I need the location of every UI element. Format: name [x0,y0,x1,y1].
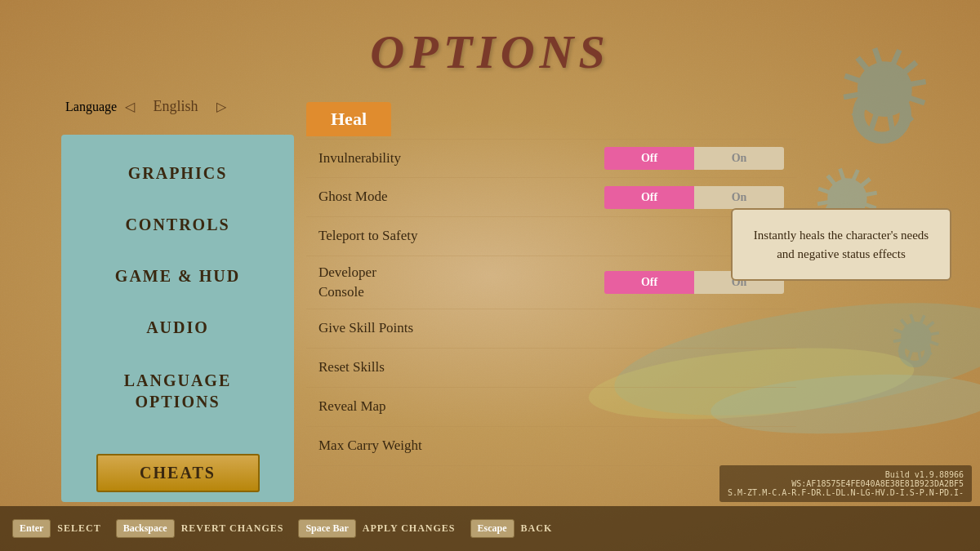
sidebar-item-game-hud[interactable]: GAME & HUD [69,254,286,299]
language-arrow-left[interactable]: ◁ [125,99,135,114]
toggle-invulnerability-on[interactable]: On [694,147,784,170]
key-space: Space Bar [298,519,355,538]
option-label-reset-skills: Reset Skills [318,358,784,376]
toggle-ghost-mode-off[interactable]: Off [604,186,694,209]
active-tab[interactable]: Heal [306,102,391,136]
language-value: English [143,98,208,115]
key-label-revert: REVERT CHANGES [181,522,284,535]
language-arrow-right[interactable]: ▷ [216,99,226,114]
build-line1: Build v1.9.88966 [728,470,964,479]
toggle-ghost-mode-on[interactable]: On [694,186,784,209]
sidebar-item-graphics[interactable]: GRAPHICS [69,151,286,196]
description-box: Instantly heals the character's needs an… [731,208,951,281]
option-developer-console: DeveloperConsole Off On [306,256,796,309]
page-title: OPTIONS [0,24,980,79]
build-line2: WS:AF18575E4FE040A8E38E81B923DA2BF5 [728,479,964,488]
sidebar-item-language-options[interactable]: LANGUAGEOPTIONS [69,357,286,425]
build-line3: S.M-ZT.M-C.A-R.F-DR.L-DL.N-LG-HV.D-I.S-P… [728,488,964,497]
key-backspace: Backspace [116,519,175,538]
sidebar-item-audio[interactable]: AUDIO [69,305,286,350]
key-label-select: SELECT [57,522,100,535]
option-give-skill-points[interactable]: Give Skill Points [306,309,796,349]
toggle-ghost-mode: Off On [604,186,784,209]
main-content: Heal Invulnerability Off On Ghost Mode O… [306,102,960,502]
option-reveal-map[interactable]: Reveal Map [306,388,796,427]
toggle-developer-console-off[interactable]: Off [604,271,694,294]
option-reset-skills[interactable]: Reset Skills [306,349,796,388]
language-selector: Language ◁ English ▷ [65,98,226,115]
option-label-invulnerability: Invulnerability [318,149,604,167]
cheats-button[interactable]: CHEATS [96,454,260,492]
language-label: Language [65,100,117,114]
sidebar-item-controls[interactable]: CONTROLS [69,202,286,247]
option-label-teleport: Teleport to Safety [318,227,784,245]
key-label-back: BACK [521,522,553,535]
toggle-invulnerability-off[interactable]: Off [604,147,694,170]
key-enter: Enter [12,519,51,538]
option-label-give-skill-points: Give Skill Points [318,319,784,337]
build-info: Build v1.9.88966 WS:AF18575E4FE040A8E38E… [719,465,972,502]
option-teleport[interactable]: Teleport to Safety [306,217,796,256]
option-label-ghost-mode: Ghost Mode [318,188,604,206]
option-label-developer-console: DeveloperConsole [318,263,604,302]
option-max-carry-weight[interactable]: Max Carry Weight [306,427,796,466]
toggle-invulnerability: Off On [604,147,784,170]
key-escape: Escape [470,519,514,538]
key-label-apply: APPLY CHANGES [363,522,456,535]
option-label-reveal-map: Reveal Map [318,398,784,415]
options-list: Invulnerability Off On Ghost Mode Off On… [306,139,796,466]
sidebar: GRAPHICS CONTROLS GAME & HUD AUDIO LANGU… [61,135,294,502]
bottom-bar: Enter SELECT Backspace REVERT CHANGES Sp… [0,506,980,551]
option-invulnerability: Invulnerability Off On [306,139,796,178]
option-label-max-carry-weight: Max Carry Weight [318,437,784,455]
option-ghost-mode: Ghost Mode Off On [306,178,796,217]
